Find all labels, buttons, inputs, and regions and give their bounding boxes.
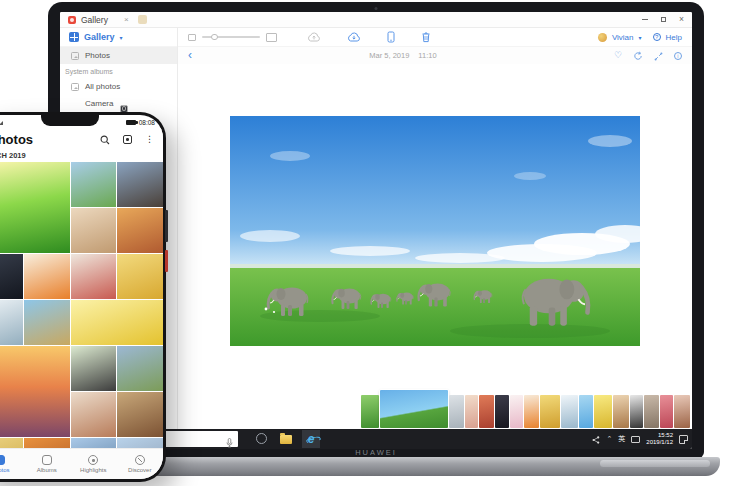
- photo-tile-coast-cliff[interactable]: [117, 438, 163, 448]
- nav-item-albums[interactable]: Albums: [24, 449, 71, 479]
- filmstrip-thumb-hillside[interactable]: [644, 395, 659, 428]
- maximize-icon[interactable]: [661, 17, 667, 23]
- nav-item-highlights[interactable]: Highlights: [70, 449, 117, 479]
- photo-tile-autumn-trees[interactable]: [24, 438, 70, 448]
- nav-item-discover[interactable]: Discover: [117, 449, 164, 479]
- photos-icon: [71, 52, 79, 60]
- photo-tile-elephant-herd[interactable]: [71, 162, 117, 207]
- photo-tile-sunrise-field[interactable]: [0, 162, 70, 253]
- sidebar-item-camera[interactable]: Camera: [60, 95, 177, 112]
- thumbnail-size-slider[interactable]: [202, 36, 260, 38]
- photo-tile-woman-reading[interactable]: [71, 392, 117, 437]
- tray-expand-chevron-icon[interactable]: ⌃: [606, 435, 612, 443]
- favorite-heart-icon[interactable]: ♡: [614, 51, 622, 60]
- close-tab-icon[interactable]: ×: [124, 16, 129, 24]
- photo-tile-yellow-tulips[interactable]: [71, 300, 164, 345]
- filmstrip-thumb-elephant-grassland[interactable]: [380, 390, 448, 428]
- elephant-photo[interactable]: [230, 116, 640, 346]
- delete-icon[interactable]: [421, 31, 431, 43]
- sidebar-item-photos[interactable]: Photos: [60, 47, 177, 64]
- photo-tile-woman-dog[interactable]: [71, 208, 117, 253]
- taskbar-time: 15:52: [646, 432, 673, 439]
- photo-tile-zebra-sunset[interactable]: [0, 346, 70, 437]
- filmstrip-thumb-wheat[interactable]: [540, 395, 560, 428]
- photo-tile-cuisine-plate[interactable]: [71, 254, 117, 299]
- nav-item-label: Discover: [128, 467, 151, 473]
- filmstrip-thumb-city-night[interactable]: [495, 395, 509, 428]
- photo-time: 11:10: [418, 51, 436, 60]
- cortana-icon[interactable]: [256, 433, 267, 444]
- filmstrip-thumb-portrait[interactable]: [465, 395, 478, 428]
- sidebar-header[interactable]: Gallery ▾: [60, 28, 177, 47]
- tray-share-icon[interactable]: [592, 430, 600, 448]
- scale-icon[interactable]: [654, 47, 663, 65]
- minimize-icon[interactable]: [642, 19, 648, 20]
- avatar[interactable]: [598, 33, 607, 42]
- filmstrip-thumb-red-road[interactable]: [479, 395, 494, 428]
- photo-tile-library-portrait[interactable]: [117, 392, 163, 437]
- new-tab-button[interactable]: [138, 15, 147, 24]
- touch-keyboard-icon[interactable]: [631, 436, 640, 443]
- phone-screen: 08:08 Photos ⋮ MARCH 2019 PhotosAlbumsHi…: [0, 115, 163, 479]
- user-name[interactable]: Vivian: [612, 33, 634, 42]
- filmstrip-thumb-green-field[interactable]: [361, 395, 379, 428]
- nav-item-photos[interactable]: Photos: [0, 449, 24, 479]
- search-icon[interactable]: [100, 131, 110, 149]
- filmstrip-thumb-red-lantern[interactable]: [660, 395, 673, 428]
- filmstrip-thumb-sky[interactable]: [579, 395, 593, 428]
- chevron-down-icon: ▾: [120, 34, 123, 41]
- slider-knob[interactable]: [211, 34, 218, 41]
- zoom-out-thumbnail-icon[interactable]: [188, 34, 196, 41]
- photo-tile-wheat-field[interactable]: [117, 254, 163, 299]
- photo-tile-fruit-slices[interactable]: [24, 254, 70, 299]
- filmstrip-thumb-blossoms[interactable]: [510, 395, 523, 428]
- internet-explorer-icon: e: [308, 433, 315, 445]
- rotate-icon[interactable]: [633, 47, 643, 65]
- phone-volume-button: [165, 210, 168, 242]
- scene: Gallery × × Gallery ▾: [0, 0, 741, 486]
- account-area: Vivian ▾ ? Help: [598, 33, 682, 42]
- filmstrip-thumb-woman[interactable]: [674, 395, 690, 428]
- photo-tile-alpine-meadow[interactable]: [117, 346, 163, 391]
- internet-explorer-button[interactable]: e: [302, 430, 320, 448]
- filmstrip-thumb-ice-cream[interactable]: [524, 395, 539, 428]
- microphone-icon[interactable]: [226, 434, 233, 449]
- photo-tile-mountain-herd[interactable]: [117, 162, 163, 207]
- photos-icon: [0, 455, 5, 465]
- albums-icon: [42, 455, 52, 465]
- more-options-icon[interactable]: ⋮: [145, 135, 154, 144]
- cloud-upload-icon[interactable]: [307, 32, 321, 43]
- photo-tile-giraffe-shore[interactable]: [24, 300, 70, 345]
- filmstrip-thumb-penguin-pair[interactable]: [561, 395, 578, 428]
- file-explorer-icon[interactable]: [280, 435, 292, 444]
- zoom-in-thumbnail-icon[interactable]: [266, 33, 277, 42]
- sidebar-header-label: Gallery: [84, 32, 115, 42]
- action-center-icon[interactable]: [679, 435, 688, 444]
- photo-viewer: [178, 64, 692, 429]
- photo-tile-night-street[interactable]: [0, 254, 23, 299]
- sidebar-item-label: Camera: [85, 99, 113, 108]
- photo-tile-skyscraper[interactable]: [71, 438, 117, 448]
- sidebar-item-all-photos[interactable]: All photos: [60, 78, 177, 95]
- map-icon[interactable]: [123, 135, 132, 144]
- export-to-device-icon[interactable]: [387, 31, 395, 43]
- photo-tile-field-gold[interactable]: [0, 438, 23, 448]
- help-link[interactable]: Help: [666, 33, 682, 42]
- filmstrip-thumb-misty-peak[interactable]: [449, 395, 464, 428]
- viewer-header: ‹ Mar 5, 2019 11:10 ♡: [178, 47, 692, 64]
- photo-tile-penguins[interactable]: [0, 300, 23, 345]
- taskbar-clock[interactable]: 15:52 2019/1/12: [646, 432, 673, 446]
- help-icon[interactable]: ?: [653, 33, 661, 41]
- photo-tile-sunset-road[interactable]: [117, 208, 163, 253]
- back-chevron-icon[interactable]: ‹: [188, 49, 192, 61]
- photo-tile-panda[interactable]: [71, 346, 117, 391]
- info-icon[interactable]: i: [674, 52, 682, 60]
- sidebar-section-label: System albums: [60, 64, 177, 78]
- filmstrip-thumb-flowers[interactable]: [594, 395, 612, 428]
- filmstrip-thumb-puppy[interactable]: [613, 395, 629, 428]
- filmstrip-thumb-panda-bw[interactable]: [630, 395, 643, 428]
- close-icon[interactable]: ×: [679, 15, 684, 24]
- ime-indicator[interactable]: 英: [618, 434, 625, 444]
- chevron-down-icon[interactable]: ▾: [639, 34, 642, 41]
- cloud-download-icon[interactable]: [347, 32, 361, 43]
